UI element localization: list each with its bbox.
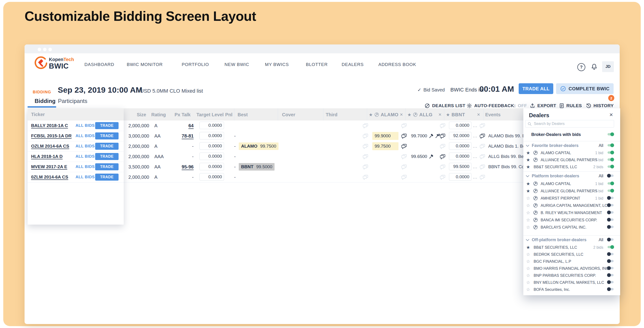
feedback-icon[interactable] bbox=[440, 133, 446, 139]
favorite-star-icon[interactable]: ★ bbox=[526, 181, 530, 186]
ticker-link[interactable]: OZLM 2014-6A CS bbox=[31, 141, 69, 151]
close-icon[interactable]: × bbox=[400, 112, 403, 118]
trade-button[interactable]: TRADE bbox=[95, 132, 118, 139]
bbnt-bid-input[interactable] bbox=[449, 132, 472, 139]
dealer-search-input[interactable] bbox=[525, 120, 614, 128]
nav-item-blotter[interactable]: BLOTTER bbox=[306, 62, 328, 67]
feedback-icon[interactable] bbox=[362, 144, 368, 149]
help-icon[interactable]: ? bbox=[577, 63, 585, 71]
close-icon[interactable]: × bbox=[438, 112, 442, 118]
chevron-down-icon[interactable] bbox=[526, 143, 530, 148]
trade-button[interactable]: TRADE bbox=[95, 122, 118, 129]
feedback-icon[interactable] bbox=[401, 164, 407, 170]
chevron-down-icon[interactable] bbox=[526, 237, 530, 242]
rules-button[interactable]: RULES bbox=[559, 103, 582, 109]
dealer-toggle[interactable] bbox=[608, 158, 614, 161]
ticker-link[interactable]: HLA 2018-1A D bbox=[31, 151, 63, 162]
dealer-toggle[interactable] bbox=[608, 151, 614, 154]
bbnt-bid-input[interactable] bbox=[449, 142, 472, 150]
favorite-star-icon[interactable]: ☆ bbox=[526, 273, 530, 278]
all-bids-link[interactable]: ALL BIDS bbox=[76, 162, 95, 172]
nav-item-portfolio[interactable]: PORTFOLIO bbox=[182, 62, 209, 67]
feedback-icon[interactable] bbox=[440, 154, 446, 160]
chevron-down-icon[interactable] bbox=[526, 174, 530, 178]
feedback-icon[interactable] bbox=[440, 123, 446, 129]
with-bids-toggle[interactable] bbox=[608, 133, 614, 135]
favorite-star-icon[interactable]: ☆ bbox=[526, 196, 530, 201]
all-bids-link[interactable]: ALL BIDS bbox=[76, 172, 95, 182]
trade-button[interactable]: TRADE bbox=[95, 163, 118, 170]
feedback-icon[interactable] bbox=[401, 154, 407, 160]
user-avatar[interactable]: JD bbox=[602, 61, 614, 72]
history-button[interactable]: HISTORY bbox=[586, 103, 614, 109]
bbnt-bid-input[interactable] bbox=[449, 153, 472, 160]
tab-bidding[interactable]: Bidding bbox=[34, 98, 56, 104]
nav-item-my-bwics[interactable]: MY BWICS bbox=[265, 62, 289, 67]
dealer-toggle[interactable] bbox=[608, 218, 614, 221]
all-bids-link[interactable]: ALL BIDS bbox=[76, 131, 95, 141]
nav-item-dealers[interactable]: DEALERS bbox=[342, 62, 364, 67]
feedback-icon[interactable] bbox=[480, 123, 486, 129]
feedback-icon[interactable] bbox=[480, 154, 486, 160]
feedback-icon[interactable] bbox=[480, 164, 486, 170]
favorite-star-icon[interactable]: ☆ bbox=[526, 252, 530, 257]
dealer-toggle[interactable] bbox=[608, 204, 614, 206]
bbnt-bid-input[interactable] bbox=[449, 122, 472, 129]
feedback-icon[interactable] bbox=[401, 123, 407, 129]
favorite-star-icon[interactable]: ★ bbox=[526, 164, 530, 170]
close-icon[interactable]: × bbox=[477, 112, 480, 118]
feedback-icon[interactable] bbox=[440, 144, 446, 149]
more-options-button[interactable]: ... bbox=[473, 162, 478, 172]
dealer-toggle[interactable] bbox=[608, 260, 614, 262]
nav-item-dashboard[interactable]: DASHBOARD bbox=[84, 62, 114, 67]
more-options-button[interactable]: ... bbox=[473, 131, 478, 141]
ticker-link[interactable]: FCBSL 2015-1A DR bbox=[31, 131, 72, 141]
dealer-toggle[interactable] bbox=[608, 253, 614, 255]
section-all-toggle[interactable] bbox=[608, 238, 614, 241]
tab-participants[interactable]: Participants bbox=[58, 98, 87, 104]
favorite-star-icon[interactable]: ☆ bbox=[526, 203, 530, 208]
more-options-button[interactable]: ... bbox=[473, 151, 478, 162]
ticker-link[interactable]: MVEW 2017-2A E bbox=[31, 162, 67, 172]
trade-button[interactable]: TRADE bbox=[95, 143, 118, 150]
favorite-star-icon[interactable]: ★ bbox=[369, 112, 373, 117]
dealer-toggle[interactable] bbox=[608, 182, 614, 185]
feedback-icon[interactable] bbox=[401, 144, 407, 149]
auto-feedback-toggle[interactable]: AUTO-FEEDBACK: OFF bbox=[466, 103, 527, 109]
favorite-star-icon[interactable]: ☆ bbox=[526, 287, 530, 292]
dealer-toggle[interactable] bbox=[608, 288, 614, 290]
dealer-toggle[interactable] bbox=[608, 267, 614, 269]
close-icon[interactable]: × bbox=[610, 111, 613, 118]
favorite-star-icon[interactable]: ★ bbox=[526, 188, 530, 194]
feedback-icon[interactable] bbox=[480, 133, 486, 139]
feedback-icon[interactable] bbox=[480, 175, 486, 180]
nav-item-new-bwic[interactable]: NEW BWIC bbox=[224, 62, 249, 67]
dealers-list-button[interactable]: DEALERS LIST bbox=[424, 103, 465, 109]
favorite-star-icon[interactable]: ★ bbox=[526, 157, 530, 163]
more-options-button[interactable]: ... bbox=[473, 121, 478, 131]
complete-bwic-button[interactable]: COMPLETE BWIC bbox=[556, 83, 614, 94]
favorite-star-icon[interactable]: ☆ bbox=[526, 259, 530, 264]
favorite-star-icon[interactable]: ★ bbox=[446, 112, 450, 117]
feedback-icon[interactable] bbox=[401, 133, 407, 139]
more-options-button[interactable]: ... bbox=[473, 141, 478, 151]
feedback-icon[interactable] bbox=[401, 175, 407, 180]
dealer-toggle[interactable] bbox=[608, 189, 614, 192]
all-bids-link[interactable]: ALL BIDS bbox=[76, 141, 95, 151]
dealer-toggle[interactable] bbox=[608, 281, 614, 283]
feedback-icon[interactable] bbox=[362, 123, 368, 129]
ticker-link[interactable]: 0ZLM 2014-6A CS bbox=[31, 172, 68, 182]
feedback-icon[interactable] bbox=[440, 164, 446, 170]
favorite-star-icon[interactable]: ☆ bbox=[526, 225, 530, 230]
feedback-icon[interactable] bbox=[480, 144, 486, 149]
section-all-toggle[interactable] bbox=[608, 175, 614, 177]
export-button[interactable]: EXPORT bbox=[530, 103, 556, 109]
dealer-toggle[interactable] bbox=[608, 226, 614, 228]
notifications-bell-icon[interactable] bbox=[591, 63, 598, 71]
dealer-toggle[interactable] bbox=[608, 211, 614, 214]
feedback-icon[interactable] bbox=[362, 133, 368, 139]
dealer-toggle[interactable] bbox=[608, 165, 614, 168]
favorite-star-icon[interactable]: ★ bbox=[407, 112, 411, 117]
favorite-star-icon[interactable]: ☆ bbox=[526, 210, 530, 215]
nav-item-bwic-monitor[interactable]: BWIC MONITOR bbox=[127, 62, 163, 67]
